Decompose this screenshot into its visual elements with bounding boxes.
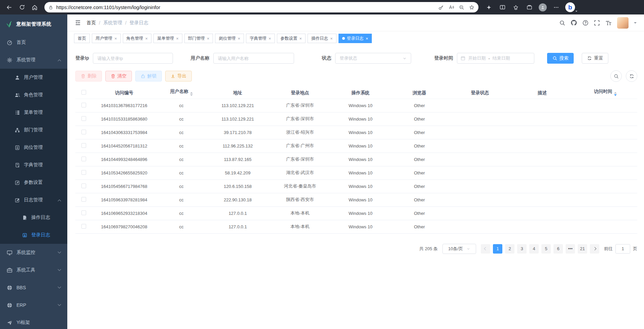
favorites-icon[interactable] [510, 2, 522, 13]
page-button-3[interactable]: 3 [517, 244, 527, 254]
tab-menu-mgmt[interactable]: 菜单管理× [153, 34, 182, 43]
tab-login-log[interactable]: 登录日志× [338, 34, 372, 43]
sidebar-item-home[interactable]: 首页 [0, 34, 67, 51]
search-button[interactable]: 搜索 [547, 53, 574, 64]
toggle-search-button[interactable] [610, 70, 622, 82]
page-button-5[interactable]: 5 [541, 244, 551, 254]
font-size-icon[interactable] [605, 20, 612, 26]
more-pages-button[interactable]: ••• [566, 244, 575, 254]
row-checkbox[interactable] [81, 103, 86, 107]
sidebar-item-dept-mgmt[interactable]: 部门管理 [0, 121, 67, 139]
zoom-icon[interactable] [459, 5, 464, 10]
delete-button[interactable]: 删除 [75, 71, 102, 81]
sidebar-item-log-mgmt[interactable]: 日志管理 [0, 191, 67, 209]
breadcrumb-item-0[interactable]: 首页 [86, 20, 96, 26]
page-button-6[interactable]: 6 [553, 244, 563, 254]
sidebar-item-post-mgmt[interactable]: 岗位管理 [0, 139, 67, 156]
tab-role-mgmt[interactable]: 角色管理× [123, 34, 152, 43]
sidebar-item-erp[interactable]: ERP [0, 296, 67, 314]
goto-page-input[interactable] [615, 244, 630, 254]
app-logo[interactable]: 意框架管理系统 [0, 14, 67, 34]
home-icon[interactable] [29, 2, 40, 13]
clear-button[interactable]: 清空 [105, 71, 132, 81]
profile-icon[interactable] [537, 2, 548, 13]
read-aloud-icon[interactable] [449, 5, 454, 10]
close-icon[interactable]: × [207, 36, 210, 41]
key-icon[interactable] [438, 5, 444, 10]
tab-home[interactable]: 首页 [74, 34, 90, 43]
page-button-21[interactable]: 21 [578, 244, 587, 254]
close-icon[interactable]: × [330, 36, 333, 41]
close-icon[interactable]: × [299, 36, 302, 41]
sidebar-item-bbs[interactable]: BBS [0, 279, 67, 296]
close-icon[interactable]: × [145, 36, 148, 41]
collections-icon[interactable] [524, 2, 535, 13]
sidebar-item-menu-mgmt[interactable]: 菜单管理 [0, 104, 67, 121]
sidebar-item-login-log[interactable]: 登录日志 [0, 226, 67, 244]
breadcrumb-item-1[interactable]: 系统管理 [103, 20, 122, 26]
row-checkbox[interactable] [81, 197, 86, 202]
close-icon[interactable]: × [269, 36, 271, 41]
export-button[interactable]: 导出 [165, 71, 192, 81]
sidebar-item-yi-framework[interactable]: Yi框架 [0, 314, 67, 329]
row-checkbox[interactable] [81, 143, 86, 148]
status-select[interactable]: 登录状态 [335, 53, 411, 64]
split-screen-icon[interactable] [497, 2, 508, 13]
login-ip-input[interactable] [93, 53, 173, 64]
refresh-table-button[interactable] [626, 70, 637, 82]
column-header-visit-time[interactable]: 访问时间 [573, 87, 637, 99]
user-name-input[interactable] [213, 53, 294, 64]
page-button-2[interactable]: 2 [505, 244, 514, 254]
tab-dict-mgmt[interactable]: 字典管理× [246, 34, 275, 43]
hamburger-icon[interactable] [75, 20, 81, 26]
tab-user-mgmt[interactable]: 用户管理× [92, 34, 121, 43]
help-icon[interactable] [582, 20, 588, 26]
extensions-icon[interactable] [483, 2, 495, 13]
sidebar-item-user-mgmt[interactable]: 用户管理 [0, 69, 67, 86]
unlock-button[interactable]: 解锁 [135, 71, 162, 81]
favorites-add-icon[interactable] [469, 5, 474, 10]
close-icon[interactable]: × [366, 36, 368, 41]
tab-post-mgmt[interactable]: 岗位管理× [215, 34, 244, 43]
close-icon[interactable]: × [238, 36, 240, 41]
back-icon[interactable] [3, 2, 15, 13]
tab-dept-mgmt[interactable]: 部门管理× [184, 34, 213, 43]
sort-caret-icon[interactable] [614, 91, 617, 97]
reload-icon[interactable] [16, 2, 28, 13]
select-all-checkbox[interactable] [81, 90, 86, 95]
sidebar-item-role-mgmt[interactable]: 角色管理 [0, 86, 67, 104]
column-header-user-name[interactable]: 用户名称 [156, 87, 207, 99]
row-checkbox[interactable] [81, 184, 86, 188]
sidebar-item-param-settings[interactable]: 参数设置 [0, 174, 67, 191]
prev-page-button[interactable] [481, 244, 490, 254]
row-checkbox[interactable] [81, 130, 86, 134]
close-icon[interactable]: × [114, 36, 117, 41]
github-icon[interactable] [571, 20, 577, 26]
avatar[interactable] [617, 17, 629, 29]
sort-caret-icon[interactable] [190, 91, 193, 97]
search-icon[interactable] [559, 20, 565, 26]
next-page-button[interactable] [590, 244, 599, 254]
caret-down-icon[interactable] [634, 22, 637, 25]
sidebar-item-dict-mgmt[interactable]: 字典管理 [0, 156, 67, 174]
page-button-1[interactable]: 1 [493, 244, 502, 254]
sidebar-item-system-monitor[interactable]: 系统监控 [0, 244, 67, 261]
page-size-select[interactable]: 10条/页 [442, 244, 476, 254]
row-checkbox[interactable] [81, 210, 86, 215]
row-checkbox[interactable] [81, 116, 86, 121]
bing-icon[interactable]: b [565, 2, 575, 12]
row-checkbox[interactable] [81, 157, 86, 161]
row-checkbox[interactable] [81, 224, 86, 229]
tab-op-log[interactable]: 操作日志× [308, 34, 336, 43]
tab-param-settings[interactable]: 参数设置× [277, 34, 306, 43]
fullscreen-icon[interactable] [594, 20, 600, 26]
reset-button[interactable]: 重置 [582, 53, 608, 64]
page-button-4[interactable]: 4 [529, 244, 539, 254]
sidebar-item-system-mgmt[interactable]: 系统管理 [0, 51, 67, 69]
date-range-picker[interactable]: 开始日期 - 结束日期 [457, 53, 534, 64]
close-icon[interactable]: × [176, 36, 179, 41]
sidebar-item-op-log[interactable]: 操作日志 [0, 209, 67, 226]
more-icon[interactable] [550, 2, 562, 13]
row-checkbox[interactable] [81, 170, 86, 175]
address-bar[interactable]: https://ccnetcore.com:1101/system/log/lo… [44, 2, 478, 12]
